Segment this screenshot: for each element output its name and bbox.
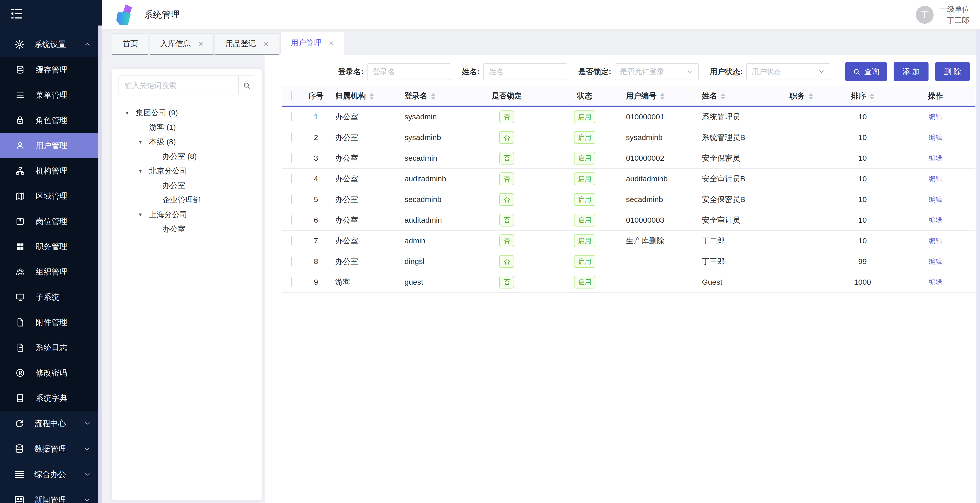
cell-org: 办公室 bbox=[331, 169, 393, 189]
table-row: 8办公室dingsl否启用丁三郎99编辑 bbox=[282, 251, 975, 272]
edit-link[interactable]: 编辑 bbox=[929, 175, 943, 183]
tree-node[interactable]: ▾本级 (8) bbox=[119, 135, 255, 149]
cell-login: sysadminb bbox=[393, 127, 465, 148]
tree-node[interactable]: ▾上海分公司 bbox=[119, 208, 255, 222]
table-row: 6办公室auditadmin否启用010000003安全审计员10编辑 bbox=[282, 210, 975, 231]
sidebar-item-duty[interactable]: 职务管理 bbox=[0, 234, 99, 259]
book-icon bbox=[15, 393, 25, 403]
table-row: 2办公室sysadminb否启用sysadminb系统管理员B10编辑 bbox=[282, 127, 975, 148]
delete-button[interactable]: 删 除 bbox=[935, 62, 970, 81]
query-button[interactable]: 查询 bbox=[845, 62, 887, 81]
edit-link[interactable]: 编辑 bbox=[929, 113, 943, 121]
row-checkbox[interactable] bbox=[291, 195, 292, 204]
add-button[interactable]: 添 加 bbox=[894, 62, 928, 81]
row-checkbox[interactable] bbox=[291, 257, 292, 266]
sidebar-group-news[interactable]: 新闻管理 bbox=[0, 487, 99, 503]
cell-duty bbox=[773, 272, 829, 292]
column-header-duty[interactable]: 职务 bbox=[773, 86, 829, 106]
sort-icon[interactable] bbox=[660, 93, 665, 100]
tree-node[interactable]: ▾北京分公司 bbox=[119, 164, 255, 178]
row-checkbox[interactable] bbox=[291, 153, 292, 163]
close-icon[interactable]: × bbox=[198, 40, 203, 48]
sidebar-item-dict[interactable]: 系统字典 bbox=[0, 385, 99, 411]
tree-node[interactable]: ▾企业管理部 bbox=[119, 193, 255, 208]
cell-status: 启用 bbox=[549, 169, 620, 189]
close-icon[interactable]: × bbox=[264, 40, 268, 48]
sidebar-item-post[interactable]: 岗位管理 bbox=[0, 209, 99, 234]
sidebar-item-role[interactable]: 角色管理 bbox=[0, 108, 99, 133]
cell-login: dingsl bbox=[393, 251, 465, 272]
tree-search-input[interactable] bbox=[119, 76, 238, 95]
tab-supplies[interactable]: 用品登记× bbox=[215, 34, 279, 55]
sidebar-item-menu[interactable]: 菜单管理 bbox=[0, 82, 99, 108]
page-scrollbar[interactable] bbox=[977, 30, 980, 503]
status-badge: 启用 bbox=[574, 193, 595, 206]
edit-link[interactable]: 编辑 bbox=[929, 258, 943, 265]
sidebar-group-office[interactable]: 综合办公 bbox=[0, 461, 99, 487]
column-header-name[interactable]: 姓名 bbox=[697, 86, 773, 106]
name-filter-input[interactable] bbox=[483, 63, 567, 80]
sidebar-item-org[interactable]: 机构管理 bbox=[0, 158, 99, 184]
tab-label: 入库信息 bbox=[160, 38, 191, 49]
column-header-org[interactable]: 归属机构 bbox=[331, 86, 393, 106]
tab-stock-in[interactable]: 入库信息× bbox=[150, 34, 213, 55]
close-icon[interactable]: × bbox=[329, 39, 334, 47]
sidebar-group-process-center[interactable]: 流程中心 bbox=[0, 411, 99, 436]
edit-link[interactable]: 编辑 bbox=[929, 134, 943, 141]
sort-icon[interactable] bbox=[431, 93, 436, 100]
avatar[interactable]: 丁 bbox=[916, 6, 934, 24]
sort-icon[interactable] bbox=[808, 93, 813, 100]
tree-node[interactable]: ▾办公室 bbox=[119, 222, 255, 236]
sidebar-item-cache[interactable]: 缓存管理 bbox=[0, 57, 99, 82]
cell-locked: 否 bbox=[465, 189, 549, 210]
tree-expand-caret-icon[interactable]: ▾ bbox=[139, 139, 149, 145]
row-checkbox[interactable] bbox=[291, 215, 292, 225]
tree-node[interactable]: ▾办公室 bbox=[119, 178, 255, 193]
filter-status-label: 用户状态: bbox=[710, 67, 743, 77]
sidebar-item-password[interactable]: 修改密码 bbox=[0, 360, 99, 385]
tree-expand-caret-icon[interactable]: ▾ bbox=[139, 211, 149, 218]
column-header-login[interactable]: 登录名 bbox=[393, 86, 465, 106]
header-user-area[interactable]: 丁 一级单位 丁三郎 bbox=[916, 6, 980, 24]
sidebar-item-region[interactable]: 区域管理 bbox=[0, 184, 99, 209]
login-filter-input[interactable] bbox=[367, 63, 451, 80]
tree-expand-caret-icon[interactable]: ▾ bbox=[139, 168, 149, 174]
edit-link[interactable]: 编辑 bbox=[929, 216, 943, 224]
sort-icon[interactable] bbox=[369, 93, 374, 100]
row-checkbox[interactable] bbox=[291, 133, 292, 142]
tab-home[interactable]: 首页 bbox=[112, 34, 148, 55]
edit-link[interactable]: 编辑 bbox=[929, 278, 943, 286]
row-checkbox[interactable] bbox=[291, 236, 292, 245]
locked-filter-select[interactable]: 是否允许登录 bbox=[615, 63, 699, 80]
sidebar-item-syslog[interactable]: 系统日志 bbox=[0, 335, 99, 360]
tree-expand-caret-icon[interactable]: ▾ bbox=[126, 109, 136, 116]
sidebar-menu: 系统设置缓存管理菜单管理角色管理用户管理机构管理区域管理岗位管理职务管理组织管理… bbox=[0, 32, 99, 503]
column-header-user_no[interactable]: 用户编号 bbox=[620, 86, 697, 106]
tree-node[interactable]: ▾集团公司 (9) bbox=[119, 105, 255, 120]
sidebar-group-data-management[interactable]: 数据管理 bbox=[0, 436, 99, 461]
edit-link[interactable]: 编辑 bbox=[929, 237, 943, 244]
cell-seq: 8 bbox=[301, 251, 331, 272]
tree-node[interactable]: ▾游客 (1) bbox=[119, 120, 255, 135]
sidebar-group-system-settings[interactable]: 系统设置 bbox=[0, 32, 99, 57]
edit-link[interactable]: 编辑 bbox=[929, 154, 943, 162]
sort-icon[interactable] bbox=[870, 93, 874, 100]
row-checkbox[interactable] bbox=[291, 112, 292, 121]
cell-status: 启用 bbox=[549, 231, 620, 251]
tree-node[interactable]: ▾办公室 (8) bbox=[119, 149, 255, 164]
tree-search-button[interactable] bbox=[238, 76, 255, 95]
tab-user-mgmt[interactable]: 用户管理× bbox=[280, 32, 344, 55]
sort-icon[interactable] bbox=[721, 93, 725, 100]
row-checkbox[interactable] bbox=[291, 277, 292, 287]
select-all-checkbox[interactable] bbox=[291, 91, 292, 101]
sidebar-scrollbar[interactable] bbox=[99, 26, 102, 503]
sidebar-item-subsystem[interactable]: 子系统 bbox=[0, 284, 99, 310]
edit-link[interactable]: 编辑 bbox=[929, 196, 943, 203]
status-filter-select[interactable]: 用户状态 bbox=[746, 63, 830, 80]
sidebar-item-attachment[interactable]: 附件管理 bbox=[0, 310, 99, 335]
sidebar-item-user[interactable]: 用户管理 bbox=[0, 133, 99, 158]
row-checkbox[interactable] bbox=[291, 174, 292, 184]
sidebar-item-organization[interactable]: 组织管理 bbox=[0, 259, 99, 284]
menu-fold-icon[interactable] bbox=[9, 6, 24, 21]
column-header-sort[interactable]: 排序 bbox=[829, 86, 896, 106]
